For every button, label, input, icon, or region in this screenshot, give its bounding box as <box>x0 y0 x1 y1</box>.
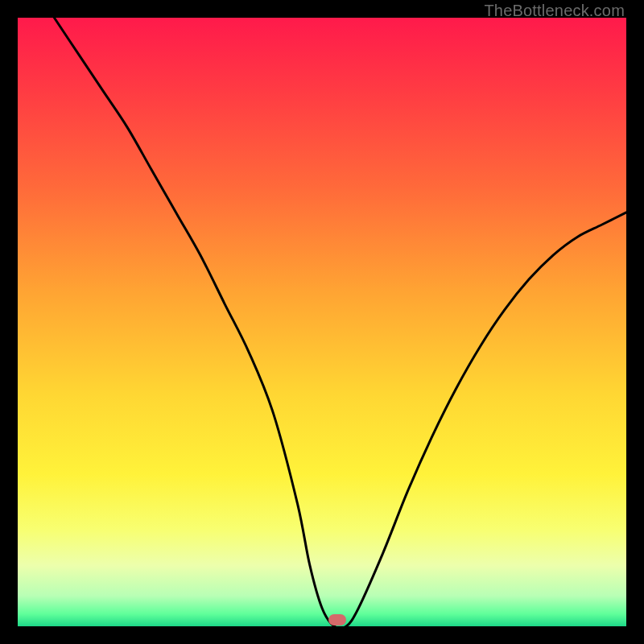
curve-path <box>54 18 626 629</box>
bottleneck-curve <box>18 18 626 626</box>
optimal-point-marker <box>328 614 346 625</box>
watermark-text: TheBottleneck.com <box>484 2 625 20</box>
chart-stage: TheBottleneck.com <box>0 0 644 644</box>
